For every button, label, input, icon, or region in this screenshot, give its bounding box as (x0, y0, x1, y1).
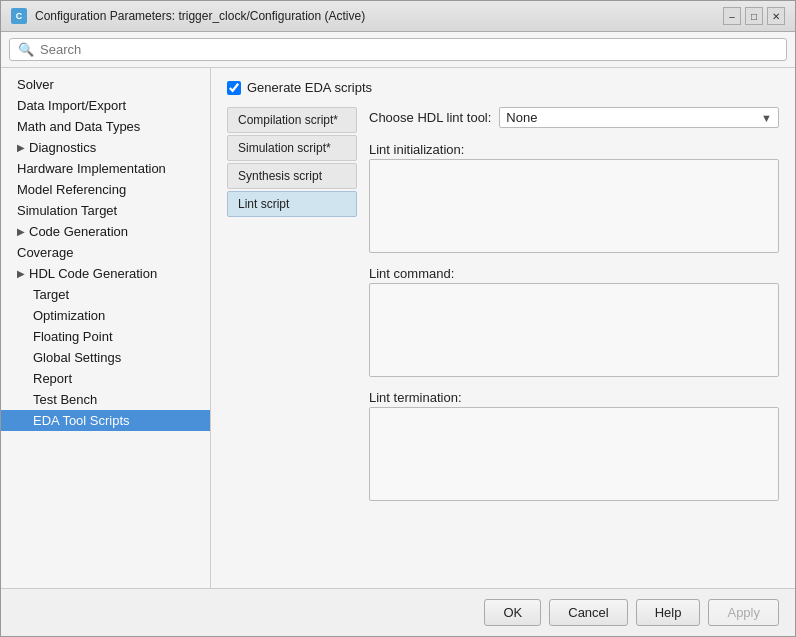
script-tabs: Compilation script*Simulation script*Syn… (227, 107, 357, 576)
sidebar-item-label: HDL Code Generation (29, 266, 157, 281)
main-window: C Configuration Parameters: trigger_cloc… (0, 0, 796, 637)
hdl-tool-value: None (506, 110, 537, 125)
close-button[interactable]: ✕ (767, 7, 785, 25)
sidebar-item-test-bench[interactable]: Test Bench (1, 389, 210, 410)
app-icon: C (11, 8, 27, 24)
sidebar-item-hdl-code-generation[interactable]: ▶HDL Code Generation (1, 263, 210, 284)
window-controls: – □ ✕ (723, 7, 785, 25)
hdl-tool-label: Choose HDL lint tool: (369, 110, 491, 125)
sidebar-item-data-import-export[interactable]: Data Import/Export (1, 95, 210, 116)
expand-icon: ▶ (17, 226, 25, 237)
sidebar-item-target[interactable]: Target (1, 284, 210, 305)
content-area: Choose HDL lint tool: None ▼ Lint initia… (369, 107, 779, 576)
lint-init-section: Lint initialization: (369, 142, 779, 256)
title-bar: C Configuration Parameters: trigger_cloc… (1, 1, 795, 32)
main-content: SolverData Import/ExportMath and Data Ty… (1, 68, 795, 588)
sidebar-item-label: Diagnostics (29, 140, 96, 155)
search-bar: 🔍 (1, 32, 795, 68)
cancel-button[interactable]: Cancel (549, 599, 627, 626)
sidebar-item-label: Test Bench (33, 392, 97, 407)
script-tab-compilation[interactable]: Compilation script* (227, 107, 357, 133)
sidebar-item-label: Global Settings (33, 350, 121, 365)
sidebar-item-optimization[interactable]: Optimization (1, 305, 210, 326)
script-tab-synthesis[interactable]: Synthesis script (227, 163, 357, 189)
script-tab-lint[interactable]: Lint script (227, 191, 357, 217)
sidebar-item-label: Target (33, 287, 69, 302)
search-icon: 🔍 (18, 42, 34, 57)
minimize-button[interactable]: – (723, 7, 741, 25)
apply-button[interactable]: Apply (708, 599, 779, 626)
lint-init-label: Lint initialization: (369, 142, 779, 157)
search-wrap: 🔍 (9, 38, 787, 61)
lint-termination-label: Lint termination: (369, 390, 779, 405)
sidebar-item-simulation-target[interactable]: Simulation Target (1, 200, 210, 221)
hdl-tool-row: Choose HDL lint tool: None ▼ (369, 107, 779, 128)
expand-icon: ▶ (17, 142, 25, 153)
lint-command-section: Lint command: (369, 266, 779, 380)
sidebar-item-label: EDA Tool Scripts (33, 413, 130, 428)
sidebar: SolverData Import/ExportMath and Data Ty… (1, 68, 211, 588)
help-button[interactable]: Help (636, 599, 701, 626)
lint-command-label: Lint command: (369, 266, 779, 281)
generate-label: Generate EDA scripts (247, 80, 372, 95)
lint-command-textarea[interactable] (369, 283, 779, 377)
sidebar-item-label: Model Referencing (17, 182, 126, 197)
sidebar-item-label: Simulation Target (17, 203, 117, 218)
sidebar-item-coverage[interactable]: Coverage (1, 242, 210, 263)
sidebar-item-label: Hardware Implementation (17, 161, 166, 176)
ok-button[interactable]: OK (484, 599, 541, 626)
sidebar-item-code-generation[interactable]: ▶Code Generation (1, 221, 210, 242)
hdl-tool-dropdown[interactable]: None ▼ (499, 107, 779, 128)
sidebar-item-label: Floating Point (33, 329, 113, 344)
search-input[interactable] (40, 42, 778, 57)
sidebar-item-math-data-types[interactable]: Math and Data Types (1, 116, 210, 137)
sidebar-item-label: Coverage (17, 245, 73, 260)
sidebar-item-diagnostics[interactable]: ▶Diagnostics (1, 137, 210, 158)
sidebar-item-global-settings[interactable]: Global Settings (1, 347, 210, 368)
lint-init-textarea[interactable] (369, 159, 779, 253)
sidebar-item-hardware-impl[interactable]: Hardware Implementation (1, 158, 210, 179)
sidebar-item-label: Solver (17, 77, 54, 92)
window-title: Configuration Parameters: trigger_clock/… (35, 9, 715, 23)
lint-termination-section: Lint termination: (369, 390, 779, 504)
sidebar-item-label: Optimization (33, 308, 105, 323)
bottom-bar: OK Cancel Help Apply (1, 588, 795, 636)
sidebar-item-label: Data Import/Export (17, 98, 126, 113)
expand-icon: ▶ (17, 268, 25, 279)
sidebar-item-label: Math and Data Types (17, 119, 140, 134)
sidebar-item-model-referencing[interactable]: Model Referencing (1, 179, 210, 200)
sidebar-item-eda-tool-scripts[interactable]: EDA Tool Scripts (1, 410, 210, 431)
lint-termination-textarea[interactable] (369, 407, 779, 501)
script-tab-simulation[interactable]: Simulation script* (227, 135, 357, 161)
sidebar-item-label: Report (33, 371, 72, 386)
right-panel: Generate EDA scripts Compilation script*… (211, 68, 795, 588)
generate-checkbox[interactable] (227, 81, 241, 95)
generate-checkbox-wrap: Generate EDA scripts (227, 80, 372, 95)
sidebar-item-label: Code Generation (29, 224, 128, 239)
generate-row: Generate EDA scripts (227, 80, 779, 95)
sidebar-item-solver[interactable]: Solver (1, 74, 210, 95)
sidebar-item-report[interactable]: Report (1, 368, 210, 389)
scripts-and-content: Compilation script*Simulation script*Syn… (227, 107, 779, 576)
sidebar-item-floating-point[interactable]: Floating Point (1, 326, 210, 347)
maximize-button[interactable]: □ (745, 7, 763, 25)
dropdown-arrow-icon: ▼ (761, 112, 772, 124)
